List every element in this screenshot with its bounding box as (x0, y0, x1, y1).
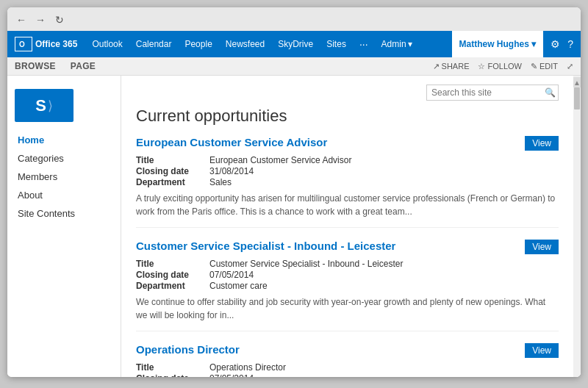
user-menu[interactable]: Matthew Hughes ▾ (452, 31, 544, 57)
svg-text:O: O (19, 40, 25, 48)
nav-item-skydrive[interactable]: SkyDrive (278, 39, 313, 49)
fullscreen-button[interactable]: ⤢ (567, 62, 573, 71)
label-dept-2: Department (136, 281, 209, 291)
browser-toolbar: ← → ↻ (15, 13, 573, 31)
share-button[interactable]: ↗ SHARE (433, 62, 470, 71)
o365-logo[interactable]: O Office 365 (15, 37, 77, 51)
ribbon-browse[interactable]: BROWSE (15, 60, 56, 73)
scroll-thumb[interactable] (574, 87, 580, 109)
scrollbar[interactable]: ▲ (573, 76, 581, 377)
sidebar-item-home[interactable]: Home (7, 131, 121, 149)
o365-logo-box: O (15, 37, 32, 51)
job-listing-1: European Customer Service Advisor View T… (136, 136, 559, 228)
back-button[interactable]: ← (15, 13, 28, 26)
value-dept-2: Customer care (209, 281, 559, 291)
help-icon[interactable]: ? (567, 38, 573, 50)
sidebar-item-categories[interactable]: Categories (7, 149, 121, 168)
value-closing-2: 07/05/2014 (209, 270, 559, 280)
label-dept-1: Department (136, 177, 209, 187)
nav-item-newsfeed[interactable]: Newsfeed (226, 39, 265, 49)
ribbon-page[interactable]: PAGE (71, 60, 96, 73)
nav-item-outlook[interactable]: Outlook (92, 39, 122, 49)
sidebar-item-about[interactable]: About (7, 186, 121, 204)
main-content-wrapper: S ⟩ Home Categories Members About Sit (7, 76, 581, 377)
sharepoint-logo: S ⟩ (15, 89, 74, 122)
label-title-2: Title (136, 259, 209, 269)
value-title-2: Customer Service Specialist - Inbound - … (209, 259, 559, 269)
sp-sidebar: S ⟩ Home Categories Members About Sit (7, 76, 121, 377)
label-closing-3: Closing date (136, 373, 209, 377)
label-title-3: Title (136, 362, 209, 373)
refresh-button[interactable]: ↻ (53, 13, 66, 26)
ribbon-actions: ↗ SHARE ☆ FOLLOW ✎ EDIT ⤢ (433, 62, 573, 71)
settings-icon[interactable]: ⚙ (551, 38, 560, 50)
value-dept-1: Sales (209, 177, 559, 187)
job-header-1: European Customer Service Advisor View (136, 136, 559, 151)
value-title-3: Operations Director (209, 362, 559, 373)
job-description-2: We continue to offer stability and job s… (136, 295, 559, 322)
job-listing-2: Customer Service Specialist - Inbound - … (136, 240, 559, 331)
view-button-2[interactable]: View (525, 240, 559, 254)
more-nav-button[interactable]: ··· (359, 38, 368, 50)
share-icon: ↗ (433, 62, 440, 71)
job-title-2[interactable]: Customer Service Specialist - Inbound - … (136, 240, 395, 252)
job-title-3[interactable]: Operations Director (136, 343, 240, 356)
search-bar: 🔍 (136, 85, 559, 101)
job-details-1: Title European Customer Service Advisor … (136, 155, 559, 187)
sp-main: S ⟩ Home Categories Members About Sit (7, 76, 581, 377)
nav-item-calendar[interactable]: Calendar (136, 39, 172, 49)
label-closing-2: Closing date (136, 270, 209, 280)
edit-button[interactable]: ✎ EDIT (531, 62, 558, 71)
sidebar-item-members[interactable]: Members (7, 168, 121, 186)
pencil-icon: ✎ (531, 62, 537, 71)
search-input[interactable] (426, 85, 559, 101)
star-icon: ☆ (478, 62, 485, 71)
label-title-1: Title (136, 155, 209, 165)
follow-button[interactable]: ☆ FOLLOW (478, 62, 521, 71)
scroll-up-arrow[interactable]: ▲ (573, 77, 581, 87)
job-description-1: A truly exciting opportunity has arisen … (136, 192, 559, 218)
sp-logo-arrow: ⟩ (48, 98, 53, 114)
job-details-3: Title Operations Director Closing date 0… (136, 362, 559, 377)
sp-ribbon: BROWSE PAGE ↗ SHARE ☆ FOLLOW ✎ EDIT ⤢ (7, 57, 581, 76)
nav-item-people[interactable]: People (184, 39, 212, 49)
browser-chrome: ← → ↻ (7, 7, 581, 31)
value-title-1: European Customer Service Advisor (209, 155, 559, 165)
office-logo-icon: O (18, 38, 29, 50)
nav-item-admin[interactable]: Admin ▾ (381, 39, 412, 49)
job-header-2: Customer Service Specialist - Inbound - … (136, 240, 559, 254)
nav-item-sites[interactable]: Sites (326, 39, 346, 49)
sp-logo-area: S ⟩ (7, 83, 121, 131)
search-wrapper: 🔍 (426, 85, 559, 101)
sp-logo-s: S (35, 96, 46, 115)
browser-window: ← → ↻ O Office 365 Outlook Calendar Peop… (7, 7, 581, 377)
value-closing-1: 31/08/2014 (209, 166, 559, 176)
o365-navbar: O Office 365 Outlook Calendar People New… (7, 31, 581, 57)
page-title: Current opportunities (136, 107, 559, 126)
o365-nav-items: Outlook Calendar People Newsfeed SkyDriv… (92, 38, 444, 50)
job-header-3: Operations Director View (136, 343, 559, 358)
search-icon: 🔍 (545, 87, 556, 98)
view-button-1[interactable]: View (525, 136, 559, 151)
job-title-1[interactable]: European Customer Service Advisor (136, 136, 327, 148)
value-closing-3: 07/05/2014 (209, 373, 559, 377)
forward-button[interactable]: → (34, 13, 47, 26)
sp-content: 🔍 Current opportunities European Custome… (121, 76, 573, 377)
view-button-3[interactable]: View (525, 343, 559, 358)
o365-logo-text: Office 365 (35, 39, 77, 49)
job-listing-3: Operations Director View Title Operation… (136, 343, 559, 377)
user-name: Matthew Hughes ▾ (459, 39, 537, 49)
sidebar-item-site-contents[interactable]: Site Contents (7, 204, 121, 223)
o365-nav-right: Matthew Hughes ▾ ⚙ ? (452, 31, 573, 57)
job-details-2: Title Customer Service Specialist - Inbo… (136, 259, 559, 291)
label-closing-1: Closing date (136, 166, 209, 176)
